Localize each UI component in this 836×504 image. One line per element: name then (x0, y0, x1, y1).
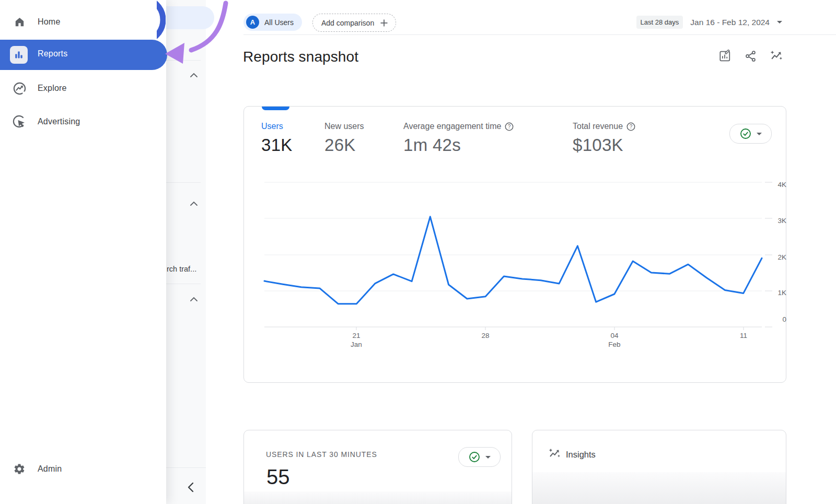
metric-label[interactable]: Total revenue (573, 122, 623, 131)
all-users-segment-chip[interactable]: A All Users (243, 14, 302, 31)
segment-label: All Users (264, 18, 294, 27)
metric-avg-engagement-time[interactable]: Average engagement time ? 1m 42s (403, 122, 514, 155)
page-title: Reports snapshot (243, 49, 358, 65)
sidebar-divider (166, 182, 201, 183)
sidebar-item-explore[interactable]: Explore (0, 77, 166, 99)
metric-label[interactable]: Average engagement time (403, 122, 501, 131)
metric-value: 1m 42s (403, 135, 514, 155)
x-tick-label: 04 (610, 332, 619, 339)
plus-icon (379, 18, 389, 28)
metric-value: 31K (261, 135, 293, 155)
metric-new-users[interactable]: New users 26K (324, 122, 364, 155)
help-icon[interactable]: ? (505, 122, 514, 131)
share-icon[interactable] (744, 50, 757, 63)
chevron-down-icon (757, 133, 762, 135)
realtime-users-card: USERS IN LAST 30 MINUTES 55 (243, 430, 512, 504)
metrics-overview-card: Users 31K New users 26K Average engageme… (243, 106, 786, 383)
realtime-card-footer (244, 491, 512, 504)
green-check-icon (740, 128, 751, 139)
x-tick-label: Jan (351, 341, 362, 348)
left-navigation-panel: Home Reports Explore (0, 0, 166, 504)
sidebar-item-label: Admin (38, 464, 62, 474)
sidebar-item-advertising[interactable]: Advertising (0, 111, 166, 133)
metric-users[interactable]: Users 31K (261, 122, 293, 155)
add-comparison-button[interactable]: Add comparison (312, 14, 396, 32)
y-tick-label: 4K (777, 181, 786, 189)
date-range-selector[interactable]: Last 28 days Jan 16 - Feb 12, 2024 (636, 16, 782, 29)
explore-icon (13, 81, 27, 96)
insights-sparkle-icon (548, 448, 561, 460)
search-bar-fragment[interactable] (166, 6, 214, 29)
sidebar-item-label: Explore (38, 84, 67, 93)
green-check-icon (469, 451, 480, 463)
home-icon (14, 16, 26, 28)
customize-report-icon[interactable] (718, 50, 732, 63)
bar-chart-icon (10, 46, 28, 64)
chevron-down-icon (485, 456, 491, 459)
x-tick-label: 21 (352, 332, 360, 339)
sidebar-item-truncated[interactable]: rch traf... (167, 265, 205, 273)
metric-label[interactable]: New users (324, 122, 364, 131)
y-tick-label: 2K (777, 253, 786, 261)
metric-total-revenue[interactable]: Total revenue ? $103K (573, 122, 635, 155)
insights-card-title: Insights (566, 450, 596, 460)
sidebar-item-label: Home (38, 17, 60, 27)
report-toolbar (718, 50, 783, 63)
date-preset-badge: Last 28 days (636, 16, 683, 29)
advertising-icon (12, 114, 27, 129)
y-tick-label: 3K (777, 217, 786, 225)
insights-sparkle-icon[interactable] (770, 50, 783, 63)
users-series-line (264, 217, 762, 304)
chevron-down-icon (777, 21, 782, 24)
x-tick-label: 28 (481, 332, 489, 339)
selected-tab-indicator (262, 107, 289, 110)
sidebar-item-label: Reports (38, 49, 67, 58)
metric-value: 26K (324, 135, 364, 155)
chevron-up-icon[interactable] (190, 201, 198, 206)
data-quality-button[interactable] (729, 124, 772, 144)
date-range-text: Jan 16 - Feb 12, 2024 (690, 18, 770, 27)
y-tick-label: 1K (777, 289, 786, 297)
insights-card: Insights (532, 430, 786, 504)
add-comparison-label: Add comparison (321, 19, 374, 27)
data-quality-button[interactable] (458, 447, 501, 467)
topbar-divider (243, 34, 836, 35)
realtime-users-value: 55 (266, 465, 290, 489)
svg-text:?: ? (508, 124, 511, 130)
metric-value: $103K (573, 135, 635, 155)
sidebar-item-label: Advertising (38, 117, 80, 126)
metric-label[interactable]: Users (261, 122, 293, 131)
help-icon[interactable]: ? (626, 122, 635, 131)
sidebar-divider (166, 467, 206, 468)
sidebar-item-admin[interactable]: Admin (0, 458, 166, 480)
background-sidebar (166, 0, 206, 504)
sidebar-item-reports-selected[interactable]: Reports (0, 40, 167, 70)
sidebar-divider (166, 60, 201, 61)
sidebar-divider (166, 284, 201, 284)
segment-avatar: A (246, 16, 259, 29)
x-tick-label: 11 (740, 332, 747, 339)
sidebar-item-home[interactable]: Home (0, 11, 166, 33)
gear-icon (13, 463, 26, 475)
y-tick-label: 0 (782, 315, 786, 323)
chevron-up-icon[interactable] (190, 297, 198, 302)
realtime-card-title: USERS IN LAST 30 MINUTES (266, 450, 377, 459)
collapse-sidebar-chevron-left-icon[interactable] (187, 482, 194, 493)
svg-text:?: ? (630, 124, 633, 130)
x-tick-label: Feb (608, 341, 620, 348)
insights-card-footer (532, 472, 786, 504)
chevron-up-icon[interactable] (190, 73, 198, 78)
